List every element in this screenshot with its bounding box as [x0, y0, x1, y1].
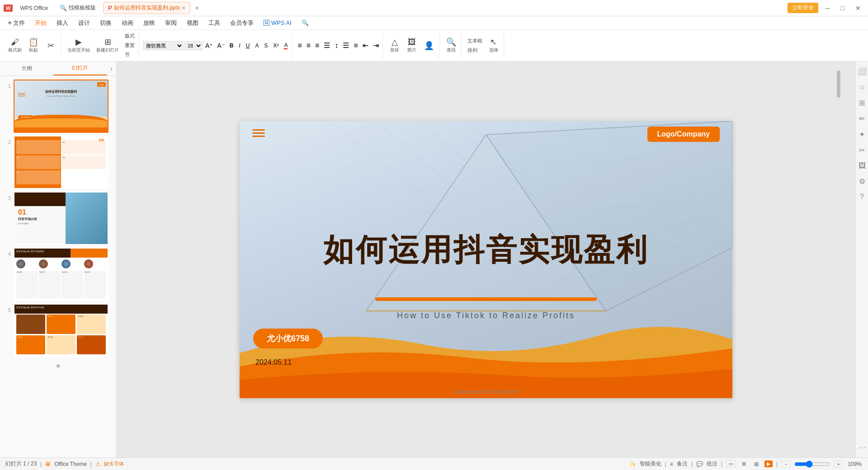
- right-panel-star-icon[interactable]: ☆: [857, 81, 867, 93]
- justify-button[interactable]: ☰: [322, 40, 332, 51]
- notes-view-button[interactable]: ▤: [752, 461, 761, 467]
- menu-home[interactable]: 开始: [30, 18, 51, 28]
- font-size-select[interactable]: 18: [184, 41, 203, 50]
- tab-template[interactable]: 🔍 找模板模版: [55, 2, 100, 14]
- right-panel-more-icon[interactable]: ⋯: [857, 442, 868, 454]
- font-color-button[interactable]: A: [282, 41, 290, 50]
- tab-add-icon[interactable]: +: [195, 4, 199, 12]
- slide-thumbnail-4[interactable]: 抖音市场分析-用户市场特征 特征说明 特征说明 特征说明 特征说明: [14, 248, 108, 301]
- increase-font-button[interactable]: A⁺: [203, 41, 214, 50]
- underline-button[interactable]: U: [244, 42, 252, 50]
- tab-wps-office[interactable]: WPS Office: [15, 3, 52, 13]
- list-item[interactable]: 3 01 ››› 抖音市场分析 抖音市场概况: [4, 192, 113, 245]
- menu-file[interactable]: ≡ 文件: [4, 18, 29, 28]
- zoom-level-label[interactable]: 109%: [847, 461, 863, 467]
- right-panel-magic-icon[interactable]: ✦: [857, 128, 867, 141]
- slide-thumbnail-3[interactable]: 01 ››› 抖音市场分析 抖音市场概况: [14, 192, 108, 245]
- line-spacing-button[interactable]: ↕: [333, 41, 340, 51]
- list-item[interactable]: 4 抖音市场分析-用户市场特征 特征说明 特征说明: [4, 248, 113, 301]
- comments-label[interactable]: 批注: [707, 460, 717, 468]
- menu-animation[interactable]: 动画: [117, 18, 138, 28]
- smart-beauty-label[interactable]: 智能美化: [640, 460, 661, 468]
- maximize-button[interactable]: □: [837, 4, 848, 13]
- indent-decrease-button[interactable]: ⇤: [361, 40, 370, 51]
- paste-button[interactable]: 📋 粘贴: [25, 36, 42, 55]
- zoom-slider[interactable]: [794, 461, 830, 468]
- menu-member[interactable]: 会员专享: [226, 18, 258, 28]
- new-slide-button[interactable]: ⊞ 新建幻灯片: [94, 36, 122, 55]
- right-panel-scissors-icon[interactable]: ✂: [857, 144, 867, 156]
- text-shadow-button[interactable]: A: [253, 42, 261, 50]
- tab-close-icon[interactable]: ✕: [182, 5, 185, 10]
- list-item[interactable]: 5 抖音市场分析-竞争对手分析 内容分析 竞争策略 市场份额 增长趋势 对手: [4, 304, 113, 357]
- add-slide-button[interactable]: +: [4, 360, 113, 372]
- section-button[interactable]: 节: [123, 51, 137, 59]
- notes-label[interactable]: 备注: [677, 460, 688, 468]
- select-button[interactable]: ↖ 选择: [486, 36, 502, 55]
- shape-button[interactable]: △ 形状: [387, 36, 403, 55]
- panel-collapse-button[interactable]: ›: [107, 63, 116, 75]
- login-button[interactable]: 立即登录: [788, 3, 818, 13]
- minimize-button[interactable]: ─: [822, 4, 834, 13]
- list-item[interactable]: 2 01 02 03 04 05 目录: [4, 136, 113, 189]
- align-left-button[interactable]: ≡: [296, 41, 303, 51]
- align-right-button[interactable]: ≡: [313, 41, 321, 51]
- slideshow-button[interactable]: ▶: [764, 461, 773, 467]
- bold-button[interactable]: B: [227, 42, 236, 50]
- subscript-button[interactable]: S: [262, 42, 270, 50]
- layout-button[interactable]: 版式: [123, 32, 137, 40]
- menu-review[interactable]: 审阅: [160, 18, 181, 28]
- menu-insert[interactable]: 插入: [52, 18, 73, 28]
- numbered-list-button[interactable]: ≡: [352, 41, 359, 51]
- find-label: 查找: [447, 47, 456, 53]
- menu-transition[interactable]: 切换: [95, 18, 116, 28]
- right-panel-settings-icon[interactable]: ⚙: [857, 175, 867, 188]
- cut-button[interactable]: ✂: [42, 40, 59, 52]
- right-panel-image-icon[interactable]: 🖼: [857, 160, 868, 172]
- right-panel-edit-icon[interactable]: ✏: [857, 113, 867, 125]
- superscript-button[interactable]: X²: [271, 42, 281, 50]
- right-panel-copy-icon[interactable]: ⊞: [857, 97, 867, 109]
- menu-slideshow[interactable]: 放映: [139, 18, 160, 28]
- grid-view-button[interactable]: ⊞: [740, 461, 748, 467]
- find-button[interactable]: 🔍 查找: [443, 36, 459, 55]
- align-center-button[interactable]: ≡: [305, 41, 312, 51]
- image-button[interactable]: 🖼 图片: [404, 36, 420, 55]
- slide-date: 2024.05.11: [255, 358, 292, 367]
- list-item[interactable]: 1 Logo 如何运用抖音实现盈利 How to Use Tikto: [4, 80, 113, 133]
- menu-tools[interactable]: 工具: [204, 18, 225, 28]
- bullet-list-button[interactable]: ☰: [341, 40, 351, 51]
- reset-button[interactable]: 重置: [123, 41, 137, 50]
- close-button[interactable]: ✕: [852, 4, 864, 13]
- slides-tab[interactable]: 幻灯片: [53, 61, 107, 75]
- paste-icon: 📋: [28, 38, 38, 46]
- right-panel-expand-icon[interactable]: ⬜: [856, 65, 868, 77]
- decrease-font-button[interactable]: A⁻: [215, 41, 226, 50]
- italic-button[interactable]: I: [236, 42, 242, 50]
- person-button[interactable]: 👤: [421, 40, 437, 52]
- right-panel-help-icon[interactable]: ?: [858, 191, 866, 203]
- slide-thumbnail-5[interactable]: 抖音市场分析-竞争对手分析 内容分析 竞争策略 市场份额 增长趋势 对手分析: [14, 304, 108, 357]
- format-brush-button[interactable]: 🖌 格式刷: [5, 36, 24, 55]
- missing-font-label[interactable]: 缺失字体: [104, 461, 124, 467]
- menu-design[interactable]: 设计: [74, 18, 94, 28]
- zoom-out-button[interactable]: −: [781, 461, 790, 468]
- menu-search[interactable]: 🔍: [297, 18, 313, 28]
- scrollbar-track[interactable]: [836, 61, 841, 457]
- textbox-arrange-group: 文本框 排列: [465, 37, 485, 55]
- scrollbar-thumb[interactable]: [837, 70, 840, 98]
- zoom-in-button[interactable]: +: [834, 461, 843, 468]
- shape-icon: △: [392, 38, 398, 46]
- menu-view[interactable]: 视图: [182, 18, 203, 28]
- menu-wps-ai[interactable]: 🅆 WPS AI: [259, 18, 296, 28]
- normal-view-button[interactable]: ▭: [726, 460, 736, 468]
- slide-thumbnail-1[interactable]: Logo 如何运用抖音实现盈利 How to Use Tiktok to Rea…: [14, 80, 108, 133]
- current-page-start-button[interactable]: ▶ 当前页开始: [65, 36, 93, 55]
- arrange-button[interactable]: 排列: [465, 46, 485, 55]
- indent-increase-button[interactable]: ⇥: [371, 40, 381, 51]
- slide-thumbnail-2[interactable]: 01 02 03 04 05 目录: [14, 136, 108, 189]
- tab-file[interactable]: P 如何运用抖音实现盈利.pptx ✕: [103, 2, 190, 14]
- font-family-select[interactable]: 微软雅黑: [143, 41, 184, 50]
- textbox-button[interactable]: 文本框: [465, 37, 485, 45]
- outline-tab[interactable]: 大纲: [0, 61, 53, 75]
